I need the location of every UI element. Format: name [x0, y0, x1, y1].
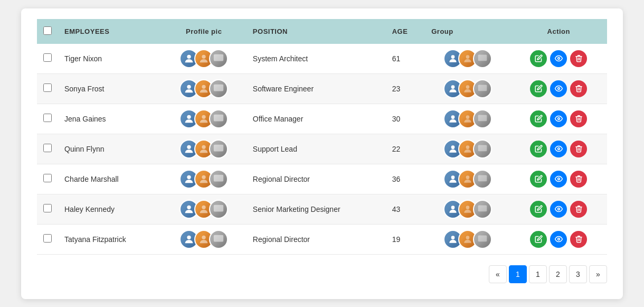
profile-avatars	[168, 79, 240, 98]
delete-button[interactable]	[570, 171, 587, 188]
row-checkbox[interactable]	[43, 204, 52, 212]
action-buttons	[516, 201, 601, 218]
employees-table: EMPLOYEES Profile pic POSITION AGE Group…	[37, 19, 607, 255]
svg-point-10	[451, 85, 455, 89]
row-checkbox[interactable]	[43, 174, 52, 182]
svg-point-17	[451, 115, 455, 119]
row-checkbox[interactable]	[43, 234, 52, 243]
action-buttons	[516, 141, 601, 157]
page-button-current[interactable]: 1	[509, 265, 527, 283]
action-cell	[510, 44, 607, 74]
page-button-2[interactable]: 2	[549, 265, 567, 283]
view-button[interactable]	[550, 171, 567, 188]
svg-point-36	[202, 205, 206, 209]
page-button-1[interactable]: 1	[529, 265, 547, 283]
action-cell	[510, 194, 607, 224]
header-age: AGE	[386, 19, 425, 44]
edit-button[interactable]	[530, 141, 547, 157]
svg-rect-37	[214, 204, 223, 211]
view-button[interactable]	[550, 80, 567, 97]
edit-button[interactable]	[530, 80, 547, 97]
employee-age: 19	[386, 224, 425, 254]
group-cell	[425, 104, 510, 134]
action-cell	[510, 134, 607, 164]
edit-button[interactable]	[530, 50, 547, 67]
edit-button[interactable]	[530, 201, 547, 218]
profile-avatars	[168, 230, 240, 249]
view-button[interactable]	[550, 50, 567, 67]
svg-point-3	[451, 55, 455, 59]
svg-point-45	[451, 236, 455, 239]
employee-age: 61	[386, 44, 425, 74]
svg-point-0	[187, 54, 191, 58]
group-avatar-gray	[473, 109, 492, 128]
row-checkbox[interactable]	[43, 83, 52, 92]
view-button[interactable]	[550, 141, 567, 157]
employee-position: Software Engineer	[247, 73, 386, 104]
avatar-gray	[209, 170, 228, 189]
delete-button[interactable]	[570, 50, 587, 67]
svg-point-14	[187, 115, 191, 118]
header-group: Group	[425, 19, 510, 44]
employee-age: 30	[386, 104, 425, 134]
delete-button[interactable]	[570, 80, 587, 97]
action-buttons	[516, 80, 601, 97]
header-profile-pic: Profile pic	[162, 19, 247, 44]
header-action: Action	[510, 19, 607, 44]
row-checkbox[interactable]	[43, 53, 52, 62]
svg-rect-9	[214, 84, 223, 91]
group-cell	[425, 134, 510, 164]
view-button[interactable]	[550, 110, 567, 127]
svg-rect-23	[214, 144, 223, 151]
delete-button[interactable]	[570, 231, 587, 248]
delete-button[interactable]	[570, 141, 587, 157]
row-checkbox[interactable]	[43, 114, 52, 122]
group-avatar-gray	[473, 139, 492, 159]
row-checkbox-cell	[37, 194, 58, 224]
row-checkbox-cell	[37, 224, 58, 254]
delete-button[interactable]	[570, 201, 587, 218]
svg-point-46	[466, 236, 470, 239]
row-checkbox-cell	[37, 44, 58, 74]
profile-avatars	[168, 170, 240, 189]
group-avatars	[431, 139, 504, 159]
profile-pic-cell	[162, 73, 247, 104]
row-checkbox[interactable]	[43, 144, 52, 152]
delete-button[interactable]	[570, 110, 587, 127]
avatar-gray	[209, 200, 228, 219]
table-row: Charde Marshall	[37, 164, 607, 194]
next-page-button[interactable]: »	[589, 265, 607, 283]
employee-age: 22	[386, 134, 425, 164]
action-buttons	[516, 50, 601, 67]
employee-name: Charde Marshall	[58, 164, 162, 194]
svg-point-4	[466, 55, 470, 59]
select-all-checkbox[interactable]	[43, 26, 52, 35]
action-cell	[510, 73, 607, 104]
employee-name: Quinn Flynn	[58, 134, 162, 164]
edit-button[interactable]	[530, 231, 547, 248]
prev-page-button[interactable]: «	[489, 265, 507, 283]
svg-point-20	[557, 118, 560, 120]
profile-avatars	[168, 139, 240, 159]
action-buttons	[516, 171, 601, 188]
svg-point-15	[202, 115, 206, 118]
table-row: Tatyana Fitzpatrick	[37, 224, 607, 254]
svg-rect-44	[214, 235, 223, 241]
group-avatars	[431, 170, 504, 189]
pagination: « 1 1 2 3 »	[37, 265, 607, 283]
view-button[interactable]	[550, 231, 567, 248]
group-avatars	[431, 109, 504, 128]
page-button-3[interactable]: 3	[569, 265, 587, 283]
header-employees: EMPLOYEES	[58, 19, 162, 44]
svg-point-35	[187, 205, 191, 209]
avatar-gray	[209, 109, 228, 128]
employee-name: Tatyana Fitzpatrick	[58, 224, 162, 254]
profile-pic-cell	[162, 194, 247, 224]
profile-pic-cell	[162, 164, 247, 194]
edit-button[interactable]	[530, 171, 547, 188]
edit-button[interactable]	[530, 110, 547, 127]
action-buttons	[516, 231, 601, 248]
view-button[interactable]	[550, 201, 567, 218]
employee-position: Senior Marketing Designer	[247, 194, 386, 224]
profile-avatars	[168, 200, 240, 219]
